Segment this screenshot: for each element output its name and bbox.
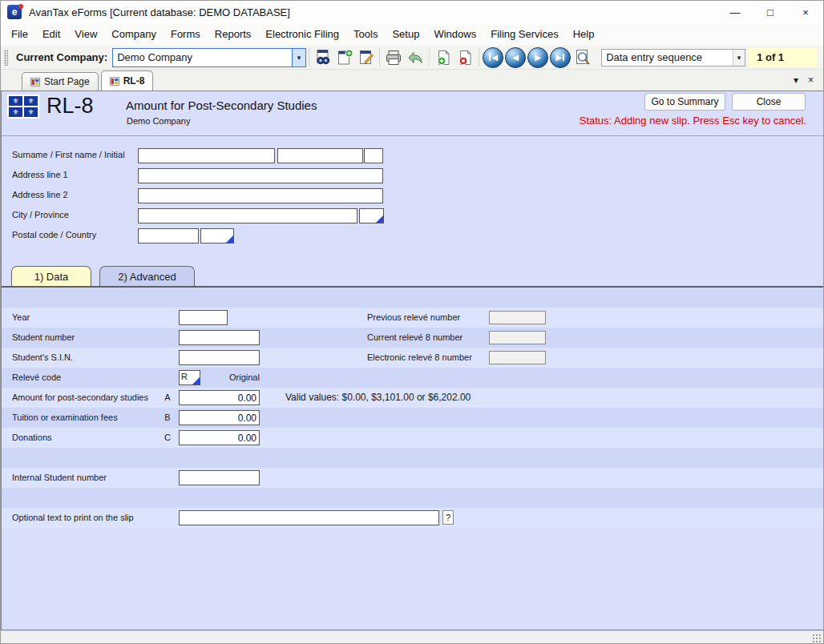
student-number-row: Student number Current relevé 8 number — [2, 328, 824, 348]
next-record-button[interactable]: ▶ — [527, 47, 548, 68]
fleur-de-lis-icon: ⚜ — [24, 107, 38, 117]
undo-button[interactable] — [404, 46, 426, 68]
previous-record-button[interactable]: ◀ — [505, 47, 526, 68]
close-icon[interactable]: × — [788, 1, 823, 23]
combo-corner-icon — [226, 235, 233, 243]
toolbar-grip[interactable] — [4, 50, 8, 66]
first-record-bar-icon — [489, 54, 491, 61]
previous-releve-field — [489, 311, 546, 324]
address2-input[interactable] — [138, 188, 383, 203]
menu-forms[interactable]: Forms — [164, 23, 208, 46]
document-tab-strip: Start Page RL-8 ▾ × — [1, 70, 823, 91]
fleur-de-lis-icon: ⚜ — [9, 96, 22, 106]
maximize-icon[interactable]: □ — [753, 1, 788, 23]
magnifier-icon — [574, 49, 592, 66]
previous-releve-label: Previous relevé number — [367, 312, 460, 322]
last-record-bar-icon — [563, 54, 564, 61]
delete-slip-button[interactable] — [454, 46, 476, 68]
city-input[interactable] — [138, 208, 357, 223]
tab-rl8[interactable]: RL-8 — [101, 70, 154, 91]
preview-button[interactable] — [572, 46, 593, 68]
menu-setup[interactable]: Setup — [385, 23, 426, 46]
year-row: Year Previous relevé number — [2, 308, 824, 328]
postal-country-label: Postal code / Country — [12, 230, 96, 239]
chevron-down-icon[interactable]: ▾ — [733, 50, 745, 66]
first-name-input[interactable] — [277, 148, 363, 163]
sequence-select[interactable]: Data entry sequence ▾ — [601, 49, 745, 66]
tuition-label: Tuition or examination fees — [12, 413, 118, 422]
tab-list-chevron-icon[interactable]: ▾ — [794, 74, 798, 86]
menu-bar: File Edit View Company Forms Reports Ele… — [1, 23, 823, 46]
donations-input[interactable] — [179, 430, 260, 445]
releve-code-label: Relevé code — [12, 372, 61, 382]
menu-file[interactable]: File — [4, 23, 35, 46]
print-button[interactable] — [382, 46, 404, 68]
year-input[interactable] — [179, 310, 228, 325]
menu-tools[interactable]: Tools — [346, 23, 385, 46]
next-arrow-icon: ▶ — [535, 54, 541, 62]
help-icon[interactable]: ? — [442, 510, 454, 525]
tab-data-label: 1) Data — [34, 271, 69, 283]
menu-help[interactable]: Help — [566, 23, 602, 46]
amount-input[interactable] — [179, 390, 260, 405]
edit-company-button[interactable] — [355, 46, 377, 68]
status-bar — [1, 630, 823, 644]
tuition-input[interactable] — [179, 410, 260, 425]
chevron-down-icon[interactable]: ▾ — [292, 49, 305, 66]
current-releve-field — [489, 331, 546, 344]
tab-start-page[interactable]: Start Page — [22, 72, 99, 91]
sin-input[interactable] — [179, 350, 260, 365]
tab-close-icon[interactable]: × — [808, 74, 814, 86]
amount-label: Amount for post-secondary studies — [12, 392, 148, 402]
address2-label: Address line 2 — [12, 190, 68, 199]
row-stripe — [2, 488, 824, 508]
app-icon: e — [7, 5, 22, 19]
box-c-label: C — [161, 433, 174, 442]
find-company-button[interactable] — [312, 46, 333, 68]
fleur-de-lis-icon: ⚜ — [9, 107, 22, 117]
tab-data[interactable]: 1) Data — [11, 266, 91, 286]
menu-filing-services[interactable]: Filing Services — [483, 23, 566, 46]
company-select[interactable]: Demo Company ▾ — [112, 48, 306, 67]
student-number-input[interactable] — [179, 330, 260, 345]
menu-view[interactable]: View — [67, 23, 104, 46]
undo-arrow-icon — [406, 49, 424, 66]
postal-code-input[interactable] — [138, 228, 199, 244]
add-slip-button[interactable] — [433, 46, 454, 68]
resize-grip-icon[interactable] — [812, 634, 822, 643]
close-form-button[interactable]: Close — [732, 93, 806, 111]
tab-advanced[interactable]: 2) Advanced — [99, 266, 195, 286]
minimize-icon[interactable]: — — [717, 1, 753, 23]
address1-input[interactable] — [138, 168, 383, 183]
optional-text-input[interactable] — [179, 510, 439, 525]
tab-rl8-label: RL-8 — [123, 75, 145, 87]
page-title: Amount for Post-Secondary Studies — [126, 99, 317, 112]
surname-input[interactable] — [138, 148, 275, 163]
form-icon — [30, 78, 40, 87]
internal-number-input[interactable] — [179, 470, 260, 485]
toolbar-separator — [428, 49, 430, 66]
app-icon-letter: e — [12, 6, 18, 18]
city-province-label: City / Province — [12, 210, 69, 219]
menu-company[interactable]: Company — [104, 23, 164, 46]
status-message: Status: Adding new slip. Press Esc key t… — [580, 115, 806, 127]
releve-code-combo[interactable]: R — [179, 370, 200, 385]
address1-label: Address line 1 — [12, 170, 68, 179]
menu-windows[interactable]: Windows — [426, 23, 483, 46]
combo-corner-icon — [192, 377, 200, 384]
country-combo[interactable] — [200, 228, 234, 244]
province-combo[interactable] — [359, 208, 384, 223]
box-b-label: B — [161, 413, 174, 422]
last-record-button[interactable]: ▶ — [550, 47, 571, 68]
first-record-button[interactable]: ◀ — [483, 47, 503, 68]
initial-input[interactable] — [364, 148, 383, 163]
toolbar-separator — [479, 49, 479, 66]
window-title: AvanTax eForms [Current database: DEMO D… — [29, 6, 290, 18]
menu-edit[interactable]: Edit — [35, 23, 67, 46]
surname-label: Surname / First name / Initial — [12, 150, 125, 159]
new-company-button[interactable] — [333, 46, 355, 68]
tuition-row: Tuition or examination fees B — [2, 408, 824, 428]
menu-electronic-filing[interactable]: Electronic Filing — [258, 23, 346, 46]
menu-reports[interactable]: Reports — [208, 23, 259, 46]
go-to-summary-button[interactable]: Go to Summary — [644, 93, 725, 111]
